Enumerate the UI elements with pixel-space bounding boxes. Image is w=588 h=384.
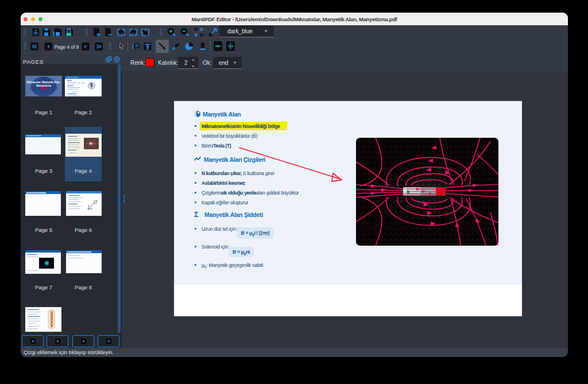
svg-text:Mıknatıslar, Manyetik Alan,: Mıknatıslar, Manyetik Alan, [27,81,60,84]
svg-text:Manyetizma: Manyetizma [36,84,51,87]
